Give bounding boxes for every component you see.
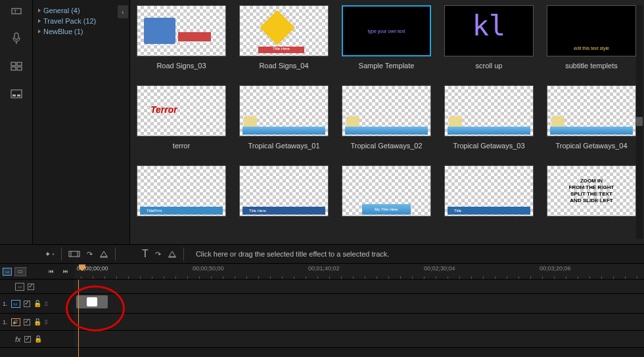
svg-rect-10	[17, 94, 20, 96]
subtitle-icon[interactable]	[9, 86, 24, 102]
timeline-controls: ▭ ▭ ⏮ ⏭	[0, 264, 74, 279]
template-thumbnail[interactable]: Title Here	[239, 165, 329, 217]
track-audible-checkbox[interactable]	[24, 319, 30, 326]
template-thumbnail[interactable]: Title	[444, 165, 534, 217]
category-panel: ‹ General (4) Travel Pack (12) NewBlue (…	[33, 0, 130, 244]
template-label: Road Signs_04	[259, 62, 308, 70]
template-thumbnail[interactable]	[239, 85, 329, 136]
timeline-mode-btn-1[interactable]: ▭	[3, 268, 12, 276]
category-label: NewBlue (1)	[43, 28, 83, 35]
track-body-audio[interactable]	[74, 314, 644, 330]
template-thumbnail[interactable]	[444, 85, 534, 136]
track-body[interactable]	[74, 280, 644, 293]
timecode-tick: 00;03;20;06	[540, 265, 571, 272]
text-tool-icon[interactable]: T	[142, 248, 149, 260]
svg-rect-5	[17, 62, 22, 66]
template-thumbnail[interactable]	[342, 85, 431, 136]
timeline-next-btn[interactable]: ⏭	[60, 267, 72, 276]
template-thumbnail[interactable]: Title Here	[239, 5, 329, 56]
template-thumbnail[interactable]	[137, 5, 226, 56]
template-label: Tropical Getaways_02	[350, 142, 422, 150]
lock-icon[interactable]: 🔓	[34, 318, 41, 326]
timeline: ▭ ▭ ⏮ ⏭ 00;00;00;00 00;00;50;00 00;01;40…	[0, 264, 644, 357]
clip-tool-icon[interactable]	[68, 250, 80, 258]
category-item-newblue[interactable]: NewBlue (1)	[38, 26, 124, 37]
template-label: Sample Template	[359, 62, 415, 70]
audio-track-icon[interactable]: 🔊	[11, 318, 20, 326]
video-track-icon[interactable]: ▭	[11, 300, 20, 308]
template-thumbnail[interactable]: edit this text style	[547, 5, 636, 56]
category-label: General (4)	[43, 7, 80, 14]
insert-icon-2[interactable]	[168, 250, 177, 258]
timecode-tick: 00;02;30;04	[424, 265, 455, 272]
title-toolbar: ✦+ ↷ T ↷ Click here or drag the selected…	[0, 244, 644, 264]
collapse-panel-button[interactable]: ‹	[118, 5, 128, 18]
template-grid: Road Signs_03Title HereRoad Signs_04type…	[130, 0, 644, 244]
track-head-fx: fx 🔓	[0, 331, 74, 347]
template-thumbnail[interactable]	[547, 85, 636, 136]
template-label: scroll up	[476, 62, 503, 70]
track-visible-checkbox[interactable]	[24, 336, 31, 343]
vertical-scrollbar[interactable]	[636, 5, 643, 239]
svg-rect-6	[11, 67, 16, 70]
template-label: Tropical Getaways_01	[248, 142, 319, 150]
sparkle-tool-icon[interactable]: ✦+	[45, 250, 55, 259]
lock-icon[interactable]: 🔓	[34, 300, 41, 307]
category-item-general[interactable]: General (4)	[38, 5, 124, 16]
grid-icon[interactable]	[9, 58, 24, 74]
track-head-video-1: 1. ▭ 🔓 ▯	[0, 294, 74, 313]
category-label: Travel Pack (12)	[43, 17, 96, 25]
lock-icon[interactable]: 🔓	[34, 335, 42, 343]
track-body-fx[interactable]	[74, 331, 644, 347]
track-visible-checkbox[interactable]	[28, 284, 34, 290]
timeline-mode-btn-2[interactable]: ▭	[14, 267, 26, 276]
redo-arrow-icon[interactable]: ↷	[87, 250, 93, 259]
svg-rect-7	[17, 67, 22, 70]
template-label: Tropical Getaways_03	[453, 142, 524, 150]
template-thumbnail[interactable]: My Title Here	[342, 165, 431, 217]
insert-marker-icon[interactable]: ▯	[45, 319, 47, 325]
track-visible-checkbox[interactable]	[24, 301, 30, 307]
mic-icon[interactable]	[9, 31, 24, 47]
track-head-audio-1: 1. 🔊 🔓 ▯	[0, 314, 74, 330]
template-thumbnail[interactable]: TitlePrint	[137, 165, 226, 217]
template-thumbnail[interactable]: ZOOM INFROM THE RIGHTSPLIT THE TEXTAND S…	[547, 165, 636, 217]
template-thumbnail[interactable]: type your own text	[342, 5, 431, 56]
fx-track-icon[interactable]: fx	[15, 335, 21, 343]
category-item-travelpack[interactable]: Travel Pack (12)	[38, 16, 124, 26]
left-toolbar: T	[0, 0, 33, 244]
monitor-icon[interactable]: ▭	[15, 283, 24, 291]
insert-icon[interactable]	[99, 250, 108, 258]
template-label: terror	[173, 142, 190, 150]
timeline-ruler[interactable]: 00;00;00;00 00;00;50;00 00;01;40;02 00;0…	[74, 264, 644, 279]
template-label: subtitle templets	[565, 62, 617, 70]
track-body-video[interactable]	[74, 294, 644, 313]
svg-rect-2	[14, 33, 18, 39]
template-label: Road Signs_03	[156, 62, 206, 70]
insert-marker-icon[interactable]: ▯	[45, 301, 47, 306]
template-thumbnail[interactable]: kl	[444, 5, 534, 56]
track-number: 1.	[3, 319, 8, 326]
svg-rect-9	[12, 94, 16, 96]
svg-rect-4	[11, 62, 16, 66]
track-head-monitor: ▭	[0, 280, 74, 293]
svg-text:T: T	[14, 9, 17, 14]
timeline-prev-btn[interactable]: ⏮	[45, 267, 57, 276]
track-number: 1.	[3, 301, 8, 307]
timecode-tick: 00;01;40;02	[308, 265, 340, 272]
redo-arrow-icon-2[interactable]: ↷	[155, 250, 161, 259]
timecode-start: 00;00;00;00	[77, 265, 108, 272]
toolbar-hint: Click here or drag the selected title ef…	[196, 250, 390, 258]
video-clip[interactable]	[76, 295, 108, 308]
title-tool-icon[interactable]: T	[9, 3, 24, 19]
template-thumbnail[interactable]: Terror	[137, 85, 226, 136]
svg-rect-11	[69, 251, 80, 257]
svg-rect-8	[11, 90, 22, 98]
template-label: Tropical Getaways_04	[555, 142, 627, 150]
timecode-tick: 00;00;50;00	[193, 265, 224, 272]
